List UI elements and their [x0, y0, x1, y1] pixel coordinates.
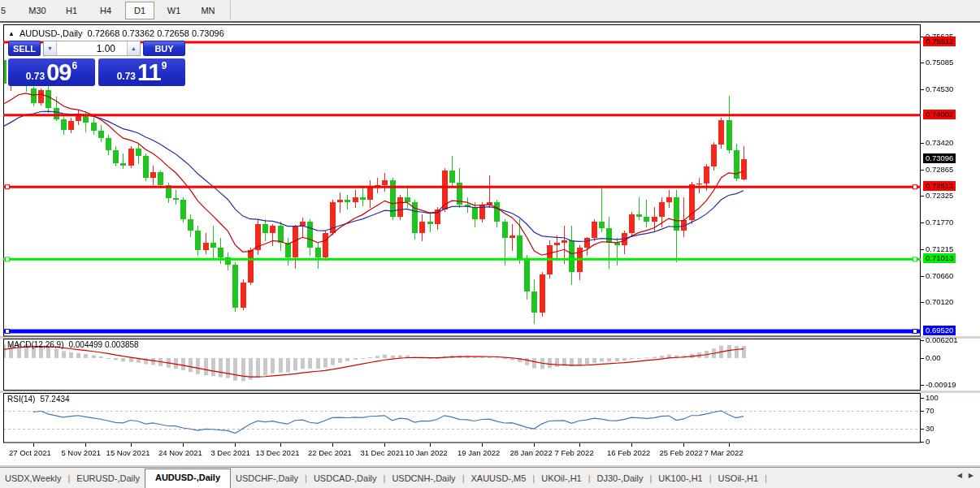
price-axis-tick: 0.72325 [926, 191, 953, 200]
sell-button[interactable]: SELL [8, 41, 41, 56]
timeframe-button-w1[interactable]: W1 [159, 2, 189, 19]
macd-indicator-label: MACD(12,26,9) 0.004499 0.003858 [7, 340, 139, 349]
macd-axis-tick: 0.00 [926, 353, 941, 362]
date-axis-label: 16 Feb 2022 [607, 448, 650, 457]
sell-price-display[interactable]: 0.73 09 6 [8, 58, 95, 86]
tab-separator: | [461, 470, 466, 488]
sell-price-point: 6 [72, 60, 77, 71]
date-axis-label: 22 Dec 2021 [308, 448, 352, 457]
rsi-axis-tick: 70 [926, 406, 934, 415]
hline-price-badge: 0.74002 [923, 110, 956, 119]
collapse-panel-icon[interactable]: ▲ [8, 30, 15, 37]
timeframe-toolbar: 5M30H1H4D1W1MN [0, 0, 980, 23]
tab-audusd-daily[interactable]: AUDUSD-,Daily [145, 469, 231, 488]
price-axis-tick: 0.71215 [926, 244, 953, 253]
rsi-axis-tick: 0 [926, 437, 930, 446]
price-axis-tick: 0.73420 [926, 138, 953, 147]
price-axis-tick: 0.75085 [926, 58, 953, 67]
timeframe-button-m30[interactable]: M30 [23, 2, 52, 19]
tab-separator: | [303, 470, 309, 488]
one-click-trading-panel: SELL ▼ ▲ BUY 0.73 09 6 0.73 11 9 [8, 41, 185, 86]
tabs-scroll-left-icon[interactable]: ◀ [957, 472, 962, 479]
buy-price-display[interactable]: 0.73 11 9 [98, 58, 185, 86]
date-axis-label: 28 Jan 2022 [510, 448, 552, 457]
date-axis-label: 10 Jan 2022 [405, 448, 448, 457]
price-axis-tick: 0.72865 [926, 165, 953, 174]
tab-uk100-h1[interactable]: UK100-,H1 [653, 470, 707, 488]
tab-usdchf-daily[interactable]: USDCHF-,Daily [231, 470, 303, 488]
timeframe-button-mn[interactable]: MN [193, 2, 223, 19]
rsi-label: RSI(14) [7, 395, 35, 404]
tab-separator: | [382, 470, 388, 488]
macd-values: 0.004499 0.003858 [68, 340, 138, 349]
tab-separator: | [708, 470, 713, 488]
tab-xauusd-m5[interactable]: XAUUSD-,M5 [466, 470, 531, 488]
date-axis-label: 19 Jan 2022 [457, 448, 500, 457]
timeframe-button-5[interactable]: 5 [0, 2, 18, 19]
buy-price-pips: 11 [137, 61, 161, 84]
tab-usdx-weekly[interactable]: USDX,Weekly [0, 470, 66, 488]
buy-button[interactable]: BUY [143, 41, 185, 56]
chart-ohlc-values: 0.72668 0.73362 0.72658 0.73096 [88, 28, 224, 38]
tabs-scroll-arrows: ◀ ▶ [957, 472, 973, 479]
macd-label: MACD(12,26,9) [7, 340, 63, 349]
tab-separator: | [648, 470, 653, 488]
rsi-indicator-label: RSI(14) 57.2434 [7, 395, 70, 404]
price-axis-tick: 0.70660 [926, 271, 953, 280]
rsi-axis-tick: 30 [926, 424, 934, 433]
buy-price-point: 9 [162, 60, 167, 71]
symbol-tabs-bar: USDX,Weekly|EURUSD-,DailyAUDUSD-,DailyUS… [0, 467, 980, 488]
tab-separator: | [66, 470, 72, 488]
date-axis-label: 24 Nov 2021 [158, 448, 202, 457]
sell-price-prefix: 0.73 [26, 71, 45, 82]
tab-separator: | [531, 470, 536, 488]
tab-eurusd-daily[interactable]: EURUSD-,Daily [72, 470, 145, 488]
tab-usdcnh-daily[interactable]: USDCNH-,Daily [387, 470, 460, 488]
timeframe-button-d1[interactable]: D1 [125, 2, 154, 19]
current-price-badge: 0.73096 [923, 153, 956, 163]
date-axis-label: 31 Dec 2021 [360, 448, 404, 457]
timeframe-button-h1[interactable]: H1 [57, 2, 86, 19]
volume-decrease-icon[interactable]: ▼ [44, 41, 57, 55]
date-axis-label: 5 Nov 2021 [61, 448, 101, 457]
tab-separator: | [587, 470, 592, 488]
hline-price-badge: 0.69520 [923, 326, 956, 335]
date-axis-label: 15 Nov 2021 [106, 448, 150, 457]
chart-title-row: ▲ AUDUSD-,Daily 0.72668 0.73362 0.72658 … [8, 28, 224, 38]
macd-axis-tick: 0.006201 [926, 335, 958, 344]
hline-price-badge: 0.72513 [923, 181, 956, 191]
price-axis-tick: 0.71770 [926, 218, 953, 227]
sell-price-pips: 09 [46, 61, 71, 84]
tab-ukoil-h1[interactable]: UKOil-,H1 [536, 470, 587, 488]
rsi-axis-tick: 100 [926, 393, 939, 402]
tab-dj30-daily[interactable]: DJ30-,Daily [592, 470, 648, 488]
toolbar-separator [230, 1, 231, 20]
hline-price-badge: 0.75512 [923, 37, 956, 46]
tabs-scroll-right-icon[interactable]: ▶ [969, 472, 973, 479]
timeframe-button-h4[interactable]: H4 [91, 2, 120, 19]
date-axis-label: 7 Mar 2022 [705, 448, 744, 457]
date-axis-label: 3 Dec 2021 [210, 448, 250, 457]
hline-price-badge: 0.71013 [923, 253, 956, 263]
mt4-window: 5M30H1H4D1W1MN ▲ AUDUSD-,Daily 0.72668 0… [0, 0, 980, 488]
chart-symbol-title: AUDUSD-,Daily [20, 28, 83, 38]
price-axis-tick: 0.74530 [926, 84, 953, 93]
volume-stepper: ▼ ▲ [43, 41, 141, 56]
volume-increase-icon[interactable]: ▲ [127, 41, 140, 55]
buy-price-prefix: 0.73 [117, 71, 136, 82]
date-axis-label: 27 Oct 2021 [9, 448, 51, 457]
date-axis-label: 13 Dec 2021 [256, 448, 300, 457]
macd-axis-tick: -0.00919 [926, 380, 956, 389]
rsi-value: 57.2434 [40, 395, 69, 404]
date-axis-label: 25 Feb 2022 [659, 448, 702, 457]
date-axis-label: 7 Feb 2022 [555, 448, 594, 457]
tab-usdcad-daily[interactable]: USDCAD-,Daily [309, 470, 382, 488]
tab-separator: | [763, 470, 769, 488]
tab-usoil-h1[interactable]: USOil-,H1 [713, 470, 764, 488]
price-axis-tick: 0.70120 [926, 297, 953, 306]
volume-input[interactable] [57, 41, 127, 55]
